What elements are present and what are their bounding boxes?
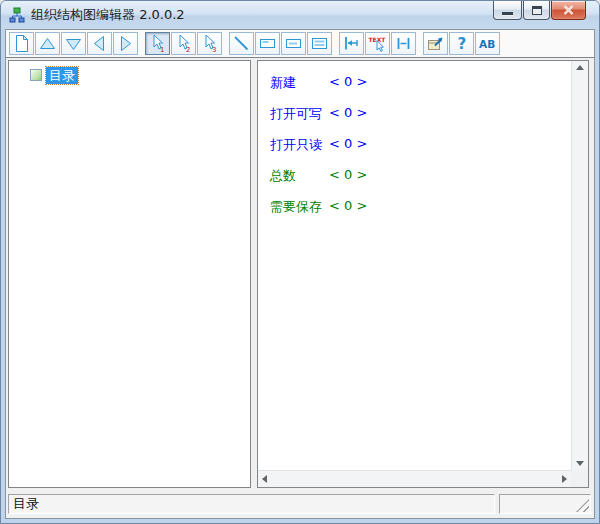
font-ab-button[interactable]: AB	[475, 32, 500, 55]
svg-text:3: 3	[212, 46, 216, 53]
stat-label: 打开只读	[270, 136, 323, 167]
triangle-up-button[interactable]	[35, 32, 60, 55]
triangle-right-icon	[116, 34, 135, 53]
stat-label: 需要保存	[270, 198, 323, 229]
app-orgchart-icon	[9, 7, 25, 23]
svg-text:2: 2	[186, 46, 190, 53]
stat-row-open-readonly[interactable]: 打开只读 < 0 >	[270, 136, 571, 167]
tree-node-icon	[30, 69, 42, 81]
stat-row-total[interactable]: 总数 < 0 >	[270, 167, 571, 198]
stat-row-new[interactable]: 新建 < 0 >	[270, 74, 571, 105]
svg-text:1: 1	[160, 46, 164, 53]
stat-value: < 0 >	[329, 74, 367, 105]
stat-value: < 0 >	[329, 105, 367, 136]
font-ab-icon: AB	[478, 34, 497, 53]
stats-list: 新建 < 0 > 打开可写 < 0 > 打开只读 < 0 > 总数 < 0 >	[258, 61, 571, 470]
stat-row-need-save[interactable]: 需要保存 < 0 >	[270, 198, 571, 229]
node-title-middle-button[interactable]	[281, 32, 306, 55]
triangle-up-icon	[38, 34, 57, 53]
status-text-panel: 目录	[8, 494, 495, 514]
select-cursor-3-icon: 3	[200, 34, 219, 53]
toolbar-group-select: 1 2 3	[145, 32, 223, 55]
node-text-lines-button[interactable]	[307, 32, 332, 55]
toolbar-group-misc: ? AB	[423, 32, 501, 55]
select-tool-1-button[interactable]: 1	[145, 32, 170, 55]
select-tool-2-button[interactable]: 2	[171, 32, 196, 55]
svg-text:AB: AB	[479, 38, 495, 50]
svg-text:?: ?	[458, 35, 467, 53]
text-tool-icon: TEXT	[368, 34, 387, 53]
main-area: 目录 新建 < 0 > 打开可写 < 0 > 打开只读 < 0	[6, 58, 594, 491]
new-document-button[interactable]	[9, 32, 34, 55]
stats-panel: 新建 < 0 > 打开可写 < 0 > 打开只读 < 0 > 总数 < 0 >	[257, 60, 589, 488]
close-icon	[563, 5, 574, 15]
box-middle-line-icon	[284, 34, 303, 53]
box-text-lines-icon	[310, 34, 329, 53]
horizontal-spacing-icon	[394, 34, 413, 53]
minimize-button[interactable]	[493, 1, 522, 20]
tree-item-label: 目录	[46, 67, 78, 84]
help-icon: ?	[452, 34, 471, 53]
triangle-left-icon	[90, 34, 109, 53]
stat-label: 新建	[270, 74, 323, 105]
app-window: 组织结构图编辑器 2.0.0.2	[0, 0, 600, 524]
line-tool-button[interactable]	[229, 32, 254, 55]
select-cursor-1-icon: 1	[148, 34, 167, 53]
select-tool-3-button[interactable]: 3	[197, 32, 222, 55]
node-title-top-button[interactable]	[255, 32, 280, 55]
client-area: 1 2 3	[5, 29, 595, 519]
align-left-icon	[342, 34, 361, 53]
stat-value: < 0 >	[329, 167, 367, 198]
maximize-icon	[532, 6, 542, 15]
triangle-left-button[interactable]	[87, 32, 112, 55]
status-bar: 目录	[6, 491, 594, 518]
new-document-icon	[12, 34, 31, 53]
toolbar-group-align: TEXT	[339, 32, 417, 55]
close-button[interactable]	[551, 1, 586, 20]
horizontal-scrollbar[interactable]	[258, 470, 571, 487]
horizontal-spacing-button[interactable]	[391, 32, 416, 55]
window-controls	[492, 1, 586, 20]
scroll-right-icon[interactable]	[562, 475, 567, 483]
scrollbar-corner	[571, 470, 588, 487]
window-title: 组织结构图编辑器 2.0.0.2	[31, 6, 185, 24]
triangle-down-button[interactable]	[61, 32, 86, 55]
triangle-down-icon	[64, 34, 83, 53]
line-icon	[232, 34, 251, 53]
stat-label: 打开可写	[270, 105, 323, 136]
stat-value: < 0 >	[329, 136, 367, 167]
stat-label: 总数	[270, 167, 323, 198]
help-button[interactable]: ?	[449, 32, 474, 55]
minimize-icon	[502, 12, 513, 15]
properties-icon	[426, 34, 445, 53]
maximize-button[interactable]	[523, 1, 550, 20]
vertical-scrollbar[interactable]	[571, 61, 588, 470]
scroll-left-icon[interactable]	[262, 475, 267, 483]
toolbar: 1 2 3	[6, 30, 594, 58]
select-cursor-2-icon: 2	[174, 34, 193, 53]
stat-row-open-writable[interactable]: 打开可写 < 0 >	[270, 105, 571, 136]
box-top-line-icon	[258, 34, 277, 53]
scroll-down-icon[interactable]	[576, 461, 584, 466]
properties-button[interactable]	[423, 32, 448, 55]
toolbar-group-draw	[229, 32, 333, 55]
text-tool-button[interactable]: TEXT	[365, 32, 390, 55]
stat-value: < 0 >	[329, 198, 367, 229]
toolbar-group-shapes	[9, 32, 139, 55]
titlebar: 组织结构图编辑器 2.0.0.2	[1, 1, 599, 29]
tree-panel[interactable]: 目录	[8, 60, 251, 488]
triangle-right-button[interactable]	[113, 32, 138, 55]
align-left-button[interactable]	[339, 32, 364, 55]
scroll-up-icon[interactable]	[576, 65, 584, 70]
tree-item-directory[interactable]: 目录	[9, 66, 250, 84]
